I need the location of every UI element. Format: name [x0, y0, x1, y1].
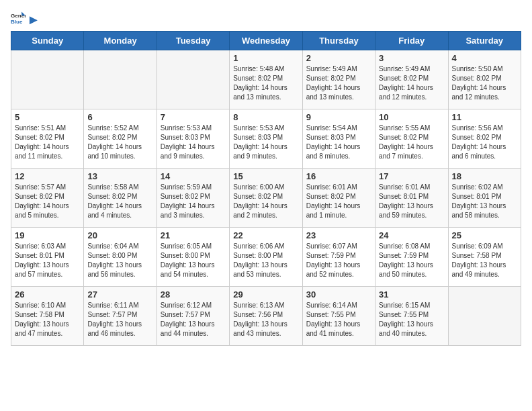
calendar-cell: 25Sunrise: 6:09 AM Sunset: 7:58 PM Dayli…	[448, 228, 521, 287]
cell-info: Sunrise: 6:02 AM Sunset: 8:01 PM Dayligh…	[452, 183, 517, 220]
week-row-1: 1Sunrise: 5:48 AM Sunset: 8:02 PM Daylig…	[11, 50, 521, 109]
cell-info: Sunrise: 6:01 AM Sunset: 8:01 PM Dayligh…	[379, 183, 444, 220]
calendar-cell: 27Sunrise: 6:11 AM Sunset: 7:57 PM Dayli…	[84, 287, 157, 346]
logo-icon: General Blue	[11, 11, 26, 26]
day-number: 26	[15, 289, 80, 300]
cell-info: Sunrise: 5:55 AM Sunset: 8:02 PM Dayligh…	[379, 124, 444, 161]
column-header-thursday: Thursday	[302, 32, 375, 50]
calendar-header-row: SundayMondayTuesdayWednesdayThursdayFrid…	[11, 32, 521, 50]
cell-info: Sunrise: 6:00 AM Sunset: 8:02 PM Dayligh…	[233, 183, 298, 220]
cell-info: Sunrise: 5:50 AM Sunset: 8:02 PM Dayligh…	[452, 64, 517, 102]
day-number: 7	[161, 112, 226, 122]
cell-info: Sunrise: 6:05 AM Sunset: 8:00 PM Dayligh…	[161, 242, 226, 279]
day-number: 29	[233, 289, 298, 300]
cell-info: Sunrise: 5:58 AM Sunset: 8:02 PM Dayligh…	[87, 183, 152, 220]
cell-info: Sunrise: 6:11 AM Sunset: 7:57 PM Dayligh…	[87, 301, 152, 338]
column-header-tuesday: Tuesday	[157, 32, 229, 50]
calendar-cell	[84, 50, 157, 109]
cell-info: Sunrise: 5:48 AM Sunset: 8:02 PM Dayligh…	[233, 64, 298, 102]
day-number: 24	[379, 230, 444, 240]
cell-info: Sunrise: 5:49 AM Sunset: 8:02 PM Dayligh…	[379, 64, 444, 102]
calendar-cell: 7Sunrise: 5:53 AM Sunset: 8:03 PM Daylig…	[157, 109, 229, 169]
calendar-cell: 15Sunrise: 6:00 AM Sunset: 8:02 PM Dayli…	[230, 169, 302, 228]
column-header-saturday: Saturday	[448, 32, 521, 50]
calendar-cell: 16Sunrise: 6:01 AM Sunset: 8:02 PM Dayli…	[302, 169, 375, 228]
page-header: General Blue ►	[11, 11, 521, 26]
calendar-cell: 31Sunrise: 6:15 AM Sunset: 7:55 PM Dayli…	[375, 287, 448, 346]
day-number: 30	[306, 289, 371, 300]
calendar-cell: 11Sunrise: 5:56 AM Sunset: 8:02 PM Dayli…	[448, 109, 521, 169]
svg-text:Blue: Blue	[11, 19, 23, 25]
calendar-cell: 3Sunrise: 5:49 AM Sunset: 8:02 PM Daylig…	[375, 50, 448, 109]
day-number: 17	[379, 171, 444, 181]
calendar-cell: 18Sunrise: 6:02 AM Sunset: 8:01 PM Dayli…	[448, 169, 521, 228]
week-row-4: 19Sunrise: 6:03 AM Sunset: 8:01 PM Dayli…	[11, 228, 521, 287]
day-number: 14	[161, 171, 226, 181]
column-header-friday: Friday	[375, 32, 448, 50]
cell-info: Sunrise: 6:08 AM Sunset: 7:59 PM Dayligh…	[379, 242, 444, 279]
column-header-monday: Monday	[84, 32, 157, 50]
day-number: 1	[233, 53, 298, 63]
day-number: 13	[87, 171, 152, 181]
calendar-cell: 26Sunrise: 6:10 AM Sunset: 7:58 PM Dayli…	[11, 287, 84, 346]
cell-info: Sunrise: 5:49 AM Sunset: 8:02 PM Dayligh…	[306, 64, 371, 102]
calendar-cell: 30Sunrise: 6:14 AM Sunset: 7:55 PM Dayli…	[302, 287, 375, 346]
cell-info: Sunrise: 5:56 AM Sunset: 8:02 PM Dayligh…	[452, 124, 517, 161]
calendar-cell: 20Sunrise: 6:04 AM Sunset: 8:00 PM Dayli…	[84, 228, 157, 287]
cell-info: Sunrise: 5:51 AM Sunset: 8:02 PM Dayligh…	[15, 124, 80, 161]
day-number: 20	[87, 230, 152, 240]
day-number: 23	[306, 230, 371, 240]
day-number: 8	[233, 112, 298, 122]
calendar-cell: 8Sunrise: 5:53 AM Sunset: 8:03 PM Daylig…	[230, 109, 302, 169]
cell-info: Sunrise: 6:04 AM Sunset: 8:00 PM Dayligh…	[87, 242, 152, 279]
cell-info: Sunrise: 6:07 AM Sunset: 7:59 PM Dayligh…	[306, 242, 371, 279]
day-number: 10	[379, 112, 444, 122]
day-number: 28	[161, 289, 226, 300]
day-number: 5	[15, 112, 80, 122]
week-row-5: 26Sunrise: 6:10 AM Sunset: 7:58 PM Dayli…	[11, 287, 521, 346]
day-number: 3	[379, 53, 444, 63]
calendar-cell: 9Sunrise: 5:54 AM Sunset: 8:03 PM Daylig…	[302, 109, 375, 169]
calendar-cell: 14Sunrise: 5:59 AM Sunset: 8:02 PM Dayli…	[157, 169, 229, 228]
cell-info: Sunrise: 5:52 AM Sunset: 8:02 PM Dayligh…	[87, 124, 152, 161]
cell-info: Sunrise: 6:03 AM Sunset: 8:01 PM Dayligh…	[15, 242, 80, 279]
calendar-cell	[157, 50, 229, 109]
day-number: 12	[15, 171, 80, 181]
calendar-cell: 22Sunrise: 6:06 AM Sunset: 8:00 PM Dayli…	[230, 228, 302, 287]
calendar-cell: 21Sunrise: 6:05 AM Sunset: 8:00 PM Dayli…	[157, 228, 229, 287]
week-row-2: 5Sunrise: 5:51 AM Sunset: 8:02 PM Daylig…	[11, 109, 521, 169]
day-number: 18	[452, 171, 517, 181]
cell-info: Sunrise: 6:01 AM Sunset: 8:02 PM Dayligh…	[306, 183, 371, 220]
day-number: 27	[87, 289, 152, 300]
day-number: 6	[87, 112, 152, 122]
calendar-cell: 24Sunrise: 6:08 AM Sunset: 7:59 PM Dayli…	[375, 228, 448, 287]
column-header-wednesday: Wednesday	[230, 32, 302, 50]
calendar-table: SundayMondayTuesdayWednesdayThursdayFrid…	[11, 31, 521, 346]
day-number: 2	[306, 53, 371, 63]
day-number: 21	[161, 230, 226, 240]
logo: General Blue ►	[11, 11, 40, 26]
cell-info: Sunrise: 6:15 AM Sunset: 7:55 PM Dayligh…	[379, 301, 444, 338]
day-number: 19	[15, 230, 80, 240]
calendar-cell: 13Sunrise: 5:58 AM Sunset: 8:02 PM Dayli…	[84, 169, 157, 228]
cell-info: Sunrise: 5:53 AM Sunset: 8:03 PM Dayligh…	[233, 124, 298, 161]
calendar-cell	[448, 287, 521, 346]
cell-info: Sunrise: 5:53 AM Sunset: 8:03 PM Dayligh…	[161, 124, 226, 161]
logo-blue-arrow: ►	[27, 12, 40, 28]
cell-info: Sunrise: 5:59 AM Sunset: 8:02 PM Dayligh…	[161, 183, 226, 220]
calendar-cell: 1Sunrise: 5:48 AM Sunset: 8:02 PM Daylig…	[230, 50, 302, 109]
calendar-cell: 28Sunrise: 6:12 AM Sunset: 7:57 PM Dayli…	[157, 287, 229, 346]
day-number: 9	[306, 112, 371, 122]
day-number: 4	[452, 53, 517, 63]
cell-info: Sunrise: 5:57 AM Sunset: 8:02 PM Dayligh…	[15, 183, 80, 220]
cell-info: Sunrise: 6:14 AM Sunset: 7:55 PM Dayligh…	[306, 301, 371, 338]
calendar-cell: 19Sunrise: 6:03 AM Sunset: 8:01 PM Dayli…	[11, 228, 84, 287]
day-number: 15	[233, 171, 298, 181]
day-number: 25	[452, 230, 517, 240]
cell-info: Sunrise: 5:54 AM Sunset: 8:03 PM Dayligh…	[306, 124, 371, 161]
calendar-cell: 12Sunrise: 5:57 AM Sunset: 8:02 PM Dayli…	[11, 169, 84, 228]
day-number: 16	[306, 171, 371, 181]
cell-info: Sunrise: 6:13 AM Sunset: 7:56 PM Dayligh…	[233, 301, 298, 338]
calendar-cell: 6Sunrise: 5:52 AM Sunset: 8:02 PM Daylig…	[84, 109, 157, 169]
calendar-cell: 2Sunrise: 5:49 AM Sunset: 8:02 PM Daylig…	[302, 50, 375, 109]
